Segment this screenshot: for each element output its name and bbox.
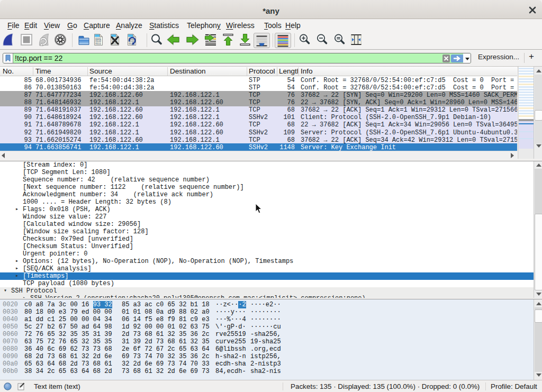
- svg-text:0111: 0111: [95, 42, 101, 45]
